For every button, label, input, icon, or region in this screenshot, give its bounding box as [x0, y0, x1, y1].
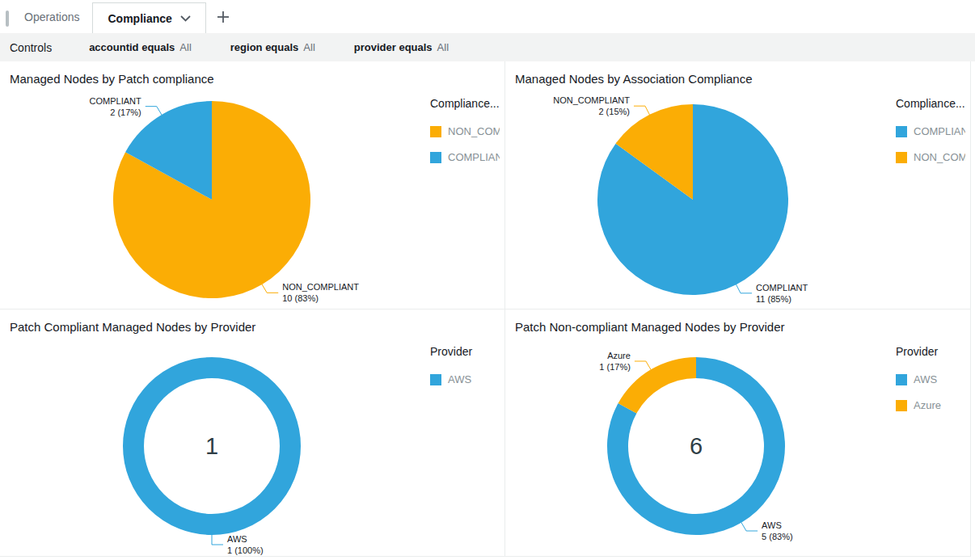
legend-title: Compliance... [430, 97, 500, 110]
legend-item-compliant[interactable]: COMPLIANT [430, 151, 500, 163]
slice-label: NON_COMPLIANT10 (83%) [282, 282, 359, 303]
legend-item-label: AWS [914, 373, 937, 385]
label-leader-line [146, 107, 162, 115]
slice-label: Azure1 (17%) [599, 351, 631, 372]
legend-item-label: COMPLIANT [914, 125, 965, 137]
charts-grid: Managed Nodes by Patch complianceNON_COM… [0, 61, 971, 557]
legend-swatch [896, 374, 907, 385]
donut-center-value: 6 [690, 433, 703, 459]
tab-operations[interactable]: Operations [11, 0, 92, 33]
legend-item-label: NON_COM... [914, 151, 965, 163]
filter-provider[interactable]: provider equalsAll [354, 41, 449, 53]
sheet-tab-bar: Operations Compliance [0, 0, 975, 33]
slice-label: AWS1 (100%) [227, 534, 264, 555]
pie-chart[interactable]: NON_COMPLIANT10 (83%)COMPLIANT2 (17%) [0, 61, 504, 309]
legend-item-label: AWS [448, 373, 471, 385]
legend-swatch [430, 374, 441, 385]
tab-compliance-label: Compliance [108, 12, 171, 25]
filter-label: accountid equals [89, 41, 175, 53]
add-tab-button[interactable] [206, 0, 240, 33]
legend-items: AWS [430, 373, 500, 385]
legend-item-aws[interactable]: AWS [430, 373, 500, 385]
legend-title: Provider [896, 345, 965, 358]
donut-center-value: 1 [205, 433, 218, 459]
filter-value[interactable]: All [179, 41, 191, 53]
controls-label: Controls [10, 41, 52, 54]
chart-panel-2: Managed Nodes by Association ComplianceC… [505, 61, 970, 309]
legend-item-label: COMPLIANT [448, 151, 500, 163]
label-leader-line [262, 284, 278, 293]
slice-label: NON_COMPLIANT2 (15%) [553, 95, 630, 116]
label-leader-line [212, 535, 223, 545]
legend-swatch [430, 126, 441, 137]
legend-item-non-com-[interactable]: NON_COM... [430, 125, 500, 137]
filter-value[interactable]: All [303, 41, 314, 53]
filter-label: provider equals [354, 41, 433, 53]
chart-panel-3: Patch Compliant Managed Nodes by Provide… [0, 309, 505, 557]
legend-title: Compliance... [896, 97, 965, 110]
legend-item-non-com-[interactable]: NON_COM... [896, 151, 965, 163]
plus-icon [217, 11, 230, 23]
legend-swatch [430, 152, 441, 163]
legend-swatch [896, 126, 907, 137]
chart-panel-4: Patch Non-compliant Managed Nodes by Pro… [505, 309, 970, 557]
slice-label: COMPLIANT2 (17%) [90, 96, 141, 117]
chart-legend: Compliance...NON_COM...COMPLIANT [430, 97, 500, 177]
legend-items: AWSAzure [896, 373, 965, 411]
controls-bar: Controls accountid equalsAllregion equal… [0, 33, 975, 61]
filters: accountid equalsAllregion equalsAllprovi… [89, 41, 488, 53]
chart-panel-1: Managed Nodes by Patch complianceNON_COM… [0, 61, 505, 309]
tab-compliance[interactable]: Compliance [92, 2, 205, 33]
label-leader-line [741, 523, 758, 531]
legend-item-azure[interactable]: Azure [896, 399, 965, 411]
slice-label: COMPLIANT11 (85%) [756, 283, 808, 304]
legend-item-label: NON_COM... [448, 125, 500, 137]
tab-scroll-indicator [6, 11, 9, 27]
tab-operations-label: Operations [24, 11, 79, 23]
label-leader-line [635, 361, 651, 369]
legend-swatch [896, 400, 907, 411]
legend-items: COMPLIANTNON_COM... [896, 125, 965, 163]
legend-item-label: Azure [914, 399, 941, 411]
legend-items: NON_COM...COMPLIANT [430, 125, 500, 163]
label-leader-line [737, 284, 752, 293]
filter-label: region equals [230, 41, 299, 53]
filter-accountid[interactable]: accountid equalsAll [89, 41, 192, 53]
filter-value[interactable]: All [437, 41, 449, 53]
chevron-down-icon[interactable] [180, 15, 191, 22]
chart-legend: Compliance...COMPLIANTNON_COM... [896, 97, 965, 177]
legend-swatch [896, 152, 907, 163]
chart-legend: ProviderAWS [430, 345, 500, 399]
legend-title: Provider [430, 345, 500, 358]
donut-chart[interactable]: AWS1 (100%)1 [0, 309, 504, 556]
label-leader-line [634, 106, 649, 115]
filter-region[interactable]: region equalsAll [230, 41, 315, 53]
chart-legend: ProviderAWSAzure [896, 345, 965, 425]
legend-item-aws[interactable]: AWS [896, 373, 965, 385]
legend-item-compliant[interactable]: COMPLIANT [896, 125, 965, 137]
slice-label: AWS5 (83%) [762, 520, 793, 541]
